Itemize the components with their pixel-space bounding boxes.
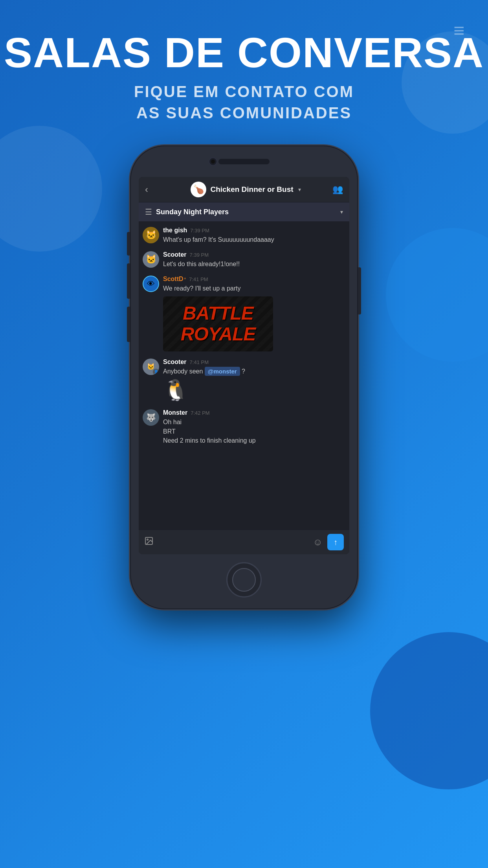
phone-screen: ‹ 🍗 Chicken Dinner or Bust ▾ 👥 ☰ Sunday … xyxy=(139,177,349,554)
svg-point-1 xyxy=(147,539,148,540)
message-body: Scooter 7:41 PM Anybody seen @monster ? … xyxy=(163,359,345,403)
bg-circle-left xyxy=(0,126,102,252)
avatar: 🐱 👤 xyxy=(143,359,159,375)
phone-camera-lens xyxy=(211,160,215,164)
phone-volume-up-button xyxy=(127,263,130,299)
message-row: 🐺 Monster 7:42 PM Oh haiBRTNeed 2 mins t… xyxy=(143,409,345,445)
send-button[interactable]: ↑ xyxy=(327,534,344,550)
message-time: 7:42 PM xyxy=(191,410,209,416)
mention-tag[interactable]: @monster xyxy=(205,367,240,376)
username-wrap: ScottD * xyxy=(163,276,186,283)
top-right-menu-icon: ≡ xyxy=(453,20,464,41)
message-username: Scooter xyxy=(163,251,187,258)
message-row: 🐱 the gish 7:39 PM What's up fam? It's S… xyxy=(143,227,345,244)
message-header: Scooter 7:39 PM xyxy=(163,251,345,258)
channel-bar: ☰ Sunday Night Players ▾ xyxy=(139,202,349,221)
message-text: We ready? I'll set up a party xyxy=(163,284,345,293)
phone-home-button[interactable] xyxy=(226,562,262,598)
phone-speaker xyxy=(218,159,270,164)
message-header: the gish 7:39 PM xyxy=(163,227,345,234)
message-body: Scooter 7:39 PM Let's do this already!1!… xyxy=(163,251,345,268)
members-icon[interactable]: 👥 xyxy=(332,184,343,195)
message-text: Oh haiBRTNeed 2 mins to finish cleaning … xyxy=(163,417,345,445)
message-header: Monster 7:42 PM xyxy=(163,409,345,416)
channel-caret[interactable]: ▾ xyxy=(298,186,301,193)
avatar: 🐱 xyxy=(143,227,159,243)
header-center: 🍗 Chicken Dinner or Bust ▾ xyxy=(191,182,301,197)
back-button[interactable]: ‹ xyxy=(145,184,159,195)
avatar: 🐺 xyxy=(143,409,159,426)
emoji-picker-icon[interactable]: ☺ xyxy=(313,537,323,548)
message-header: ScottD * 7:41 PM xyxy=(163,276,345,283)
image-attach-icon[interactable] xyxy=(144,536,154,548)
message-text: Let's do this already!1!one!! xyxy=(163,259,345,268)
bg-circle-bottom-right xyxy=(370,632,488,789)
page-subtitle: FIQUE EM CONTATO COM AS SUAS COMUNIDADES xyxy=(0,81,488,123)
message-header: Scooter 7:41 PM xyxy=(163,359,345,366)
message-username: ScottD xyxy=(163,276,183,283)
channel-avatar: 🍗 xyxy=(191,182,206,197)
message-username: the gish xyxy=(163,227,187,234)
message-text: What's up fam? It's Suuuuuuuundaaaay xyxy=(163,235,345,244)
bg-circle-right-mid xyxy=(386,228,488,362)
messages-area: 🐱 the gish 7:39 PM What's up fam? It's S… xyxy=(139,221,349,530)
channel-dropdown-caret[interactable]: ▾ xyxy=(340,209,343,215)
phone-mute-button xyxy=(127,232,130,256)
message-row: 🐱 👤 Scooter 7:41 PM Anybody seen @monste… xyxy=(143,359,345,403)
app-header: ‹ 🍗 Chicken Dinner or Bust ▾ 👥 xyxy=(139,177,349,202)
channel-title: Chicken Dinner or Bust xyxy=(210,185,293,194)
message-time: 7:41 PM xyxy=(189,276,208,282)
message-body: Monster 7:42 PM Oh haiBRTNeed 2 mins to … xyxy=(163,409,345,445)
subtitle-line2: AS SUAS COMUNIDADES xyxy=(136,104,352,121)
page-title: SALAS DE CONVERSA xyxy=(0,31,488,74)
channel-bar-left: ☰ Sunday Night Players xyxy=(145,207,229,217)
phone-volume-down-button xyxy=(127,307,130,342)
input-bar: ☺ ↑ xyxy=(139,530,349,554)
phone-outer: ‹ 🍗 Chicken Dinner or Bust ▾ 👥 ☰ Sunday … xyxy=(130,145,358,609)
phone-home-button-inner xyxy=(232,568,256,592)
channel-name: Sunday Night Players xyxy=(156,208,229,216)
avatar: 🐱 xyxy=(143,251,159,268)
message-username: Scooter xyxy=(163,359,187,366)
image-bg-lines xyxy=(163,296,273,351)
admin-star: * xyxy=(184,277,186,282)
message-body: ScottD * 7:41 PM We ready? I'll set up a… xyxy=(163,276,345,351)
message-username: Monster xyxy=(163,409,187,416)
message-time: 7:41 PM xyxy=(190,359,209,365)
message-body: the gish 7:39 PM What's up fam? It's Suu… xyxy=(163,227,345,244)
page-header: SALAS DE CONVERSA FIQUE EM CONTATO COM A… xyxy=(0,0,488,123)
message-time: 7:39 PM xyxy=(190,252,209,258)
message-time: 7:39 PM xyxy=(190,228,209,234)
phone-camera xyxy=(209,157,217,166)
phone-mockup: ‹ 🍗 Chicken Dinner or Bust ▾ 👥 ☰ Sunday … xyxy=(130,145,358,609)
sidebar-toggle-icon[interactable]: ☰ xyxy=(145,207,152,217)
message-text: Anybody seen @monster ? xyxy=(163,367,345,376)
message-row: 🐱 Scooter 7:39 PM Let's do this already!… xyxy=(143,251,345,268)
avatar: 👁 xyxy=(143,276,159,292)
subtitle-line1: FIQUE EM CONTATO COM xyxy=(134,83,354,100)
battle-royale-image: BATTLEROYALE xyxy=(163,296,273,351)
sticker: 🐧 xyxy=(163,378,345,402)
phone-power-button xyxy=(358,267,361,314)
message-row: 👁 ScottD * 7:41 PM We ready? I'll set up… xyxy=(143,276,345,351)
